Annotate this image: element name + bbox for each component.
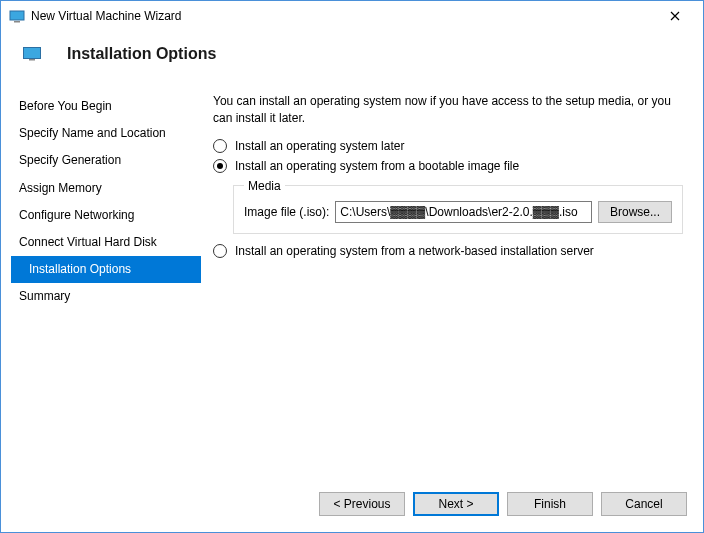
option-install-from-image-label: Install an operating system from a boota… [235, 159, 519, 173]
intro-text: You can install an operating system now … [213, 93, 683, 127]
svg-rect-3 [29, 59, 35, 61]
option-install-from-network[interactable]: Install an operating system from a netwo… [213, 244, 683, 258]
main-panel: You can install an operating system now … [201, 85, 701, 474]
wizard-body: Before You Begin Specify Name and Locati… [1, 85, 703, 474]
media-row: Image file (.iso): Browse... [244, 201, 672, 223]
titlebar: New Virtual Machine Wizard [1, 1, 703, 31]
sidebar-item-installation-options[interactable]: Installation Options [11, 256, 201, 283]
browse-button[interactable]: Browse... [598, 201, 672, 223]
sidebar: Before You Begin Specify Name and Locati… [3, 85, 201, 474]
close-button[interactable] [655, 2, 695, 30]
next-button[interactable]: Next > [413, 492, 499, 516]
option-install-from-image[interactable]: Install an operating system from a boota… [213, 159, 683, 173]
image-file-input[interactable] [335, 201, 592, 223]
sidebar-item-connect-vhd[interactable]: Connect Virtual Hard Disk [11, 229, 201, 256]
option-install-later-label: Install an operating system later [235, 139, 404, 153]
option-install-from-network-label: Install an operating system from a netwo… [235, 244, 594, 258]
monitor-icon [23, 47, 41, 61]
previous-button[interactable]: < Previous [319, 492, 405, 516]
sidebar-item-summary[interactable]: Summary [11, 283, 201, 310]
option-install-later[interactable]: Install an operating system later [213, 139, 683, 153]
cancel-button[interactable]: Cancel [601, 492, 687, 516]
radio-icon [213, 244, 227, 258]
wizard-window: New Virtual Machine Wizard Installation … [0, 0, 704, 533]
svg-rect-1 [14, 21, 20, 23]
media-legend: Media [244, 179, 285, 193]
app-icon [9, 8, 25, 24]
media-group: Media Image file (.iso): Browse... [233, 179, 683, 234]
svg-rect-0 [10, 11, 24, 20]
wizard-header: Installation Options [1, 31, 703, 85]
sidebar-item-specify-name[interactable]: Specify Name and Location [11, 120, 201, 147]
footer: < Previous Next > Finish Cancel [1, 474, 703, 532]
window-title: New Virtual Machine Wizard [31, 9, 655, 23]
image-file-label: Image file (.iso): [244, 205, 329, 219]
sidebar-item-assign-memory[interactable]: Assign Memory [11, 175, 201, 202]
radio-icon [213, 159, 227, 173]
finish-button[interactable]: Finish [507, 492, 593, 516]
sidebar-item-specify-generation[interactable]: Specify Generation [11, 147, 201, 174]
svg-rect-2 [24, 48, 41, 59]
radio-icon [213, 139, 227, 153]
sidebar-item-configure-networking[interactable]: Configure Networking [11, 202, 201, 229]
sidebar-item-before-you-begin[interactable]: Before You Begin [11, 93, 201, 120]
page-title: Installation Options [67, 45, 216, 63]
